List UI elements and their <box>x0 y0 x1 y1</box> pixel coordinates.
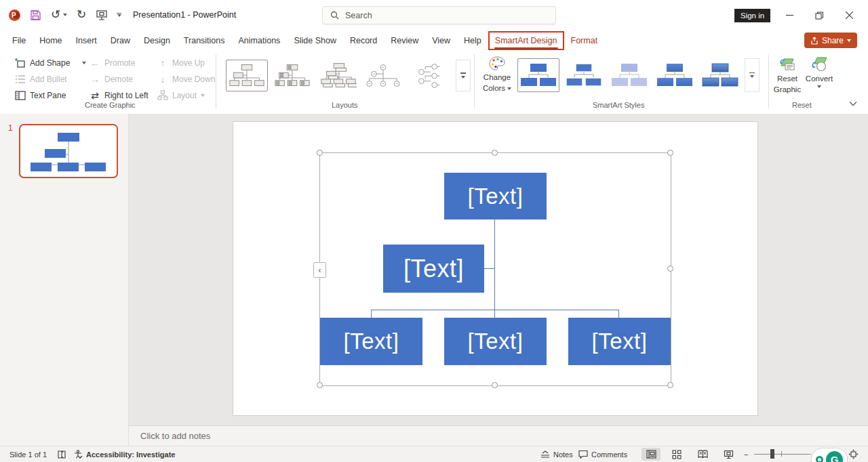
layout-thumbnail-picture-org-chart[interactable] <box>271 60 313 91</box>
move-down-icon: ↓ <box>157 74 168 85</box>
normal-view-button[interactable] <box>642 448 660 461</box>
tab-format[interactable]: Format <box>564 31 605 50</box>
collapse-ribbon-icon[interactable] <box>849 101 857 106</box>
tab-animations[interactable]: Animations <box>232 31 288 50</box>
smartart-node-child-2[interactable]: [Text] <box>444 318 547 365</box>
layout-thumbnail-hierarchy-circles[interactable] <box>362 60 404 91</box>
resize-handle-top-center[interactable] <box>492 150 498 156</box>
group-label-smartart-styles: SmartArt Styles <box>593 101 644 109</box>
comments-icon <box>578 450 588 459</box>
zoom-slider-track[interactable] <box>754 454 811 455</box>
notes-placeholder: Click to add notes <box>140 431 210 441</box>
slide-thumbnail[interactable] <box>19 124 118 178</box>
smartart-node-child-3[interactable]: [Text] <box>568 318 671 365</box>
move-up-icon: ↑ <box>157 58 168 68</box>
tab-design[interactable]: Design <box>137 31 177 50</box>
style-thumbnail-moderate-effect[interactable] <box>654 58 696 92</box>
style-thumbnail-intense-effect[interactable] <box>699 58 741 92</box>
reset-graphic-button[interactable]: Reset Graphic <box>772 56 802 94</box>
tab-review[interactable]: Review <box>384 31 425 50</box>
qat-customize-icon[interactable] <box>117 7 121 23</box>
chevron-left-icon: ‹ <box>319 266 321 275</box>
resize-handle-top-right[interactable] <box>667 150 673 156</box>
grammarly-widget[interactable]: G <box>811 448 848 462</box>
reading-view-button[interactable] <box>693 448 712 461</box>
connector-line <box>618 310 619 318</box>
fit-slide-to-window-button[interactable] <box>848 446 859 462</box>
style-thumbnail-white-outline[interactable] <box>563 58 605 92</box>
slide-sorter-view-button[interactable] <box>667 448 686 461</box>
resize-handle-mid-right[interactable] <box>667 266 673 272</box>
notes-icon <box>540 450 550 459</box>
layouts-more-button[interactable] <box>456 60 471 91</box>
change-colors-caret-icon <box>507 87 511 90</box>
resize-handle-bottom-left[interactable] <box>317 382 323 388</box>
move-up-button[interactable]: ↑ Move Up <box>157 56 205 70</box>
convert-button[interactable]: Convert <box>804 56 834 88</box>
notes-toggle-button[interactable]: Notes <box>540 446 573 462</box>
layout-thumbnail-name-title-org-chart[interactable] <box>317 60 359 91</box>
layout-caret-icon <box>201 94 205 97</box>
share-button[interactable]: Share <box>804 33 857 48</box>
resize-handle-bottom-right[interactable] <box>667 382 673 388</box>
tab-smartart-design[interactable]: SmartArt Design <box>488 31 564 50</box>
add-bullet-button[interactable]: Add Bullet <box>15 72 67 87</box>
tab-slide-show[interactable]: Slide Show <box>287 31 343 50</box>
layout-button[interactable]: Layout <box>157 88 205 103</box>
undo-icon[interactable]: ↺ <box>50 7 67 23</box>
undo-caret-icon[interactable] <box>63 14 67 16</box>
sign-in-button[interactable]: Sign in <box>734 9 770 22</box>
slideshow-view-button[interactable] <box>719 448 738 461</box>
restore-icon[interactable] <box>804 0 834 30</box>
comments-toggle-button[interactable]: Comments <box>578 446 627 462</box>
group-separator <box>768 54 769 108</box>
accessibility-icon <box>73 450 83 459</box>
layout-thumbnail-horizontal-hierarchy[interactable] <box>408 60 450 91</box>
text-pane-button[interactable]: Text Pane <box>15 88 66 103</box>
minimize-icon[interactable] <box>774 0 804 30</box>
zoom-slider-handle[interactable] <box>770 449 774 459</box>
change-colors-button[interactable]: Change Colors <box>480 56 514 93</box>
style-thumbnail-subtle-effect[interactable] <box>608 58 650 92</box>
tab-transitions[interactable]: Transitions <box>177 31 232 50</box>
resize-handle-bottom-center[interactable] <box>492 382 498 388</box>
tab-help[interactable]: Help <box>457 31 488 50</box>
svg-text:P: P <box>12 12 16 19</box>
tab-insert[interactable]: Insert <box>69 31 104 50</box>
zoom-out-button[interactable]: − <box>744 446 748 462</box>
notes-area[interactable]: Click to add notes <box>129 425 868 446</box>
style-thumbnail-simple-fill[interactable] <box>517 58 559 92</box>
tab-view[interactable]: View <box>425 31 457 50</box>
display-settings-icon[interactable] <box>57 446 66 462</box>
add-bullet-icon <box>15 74 26 85</box>
layout-icon <box>157 90 168 101</box>
group-label-create-graphic: Create Graphic <box>85 101 136 109</box>
tab-home[interactable]: Home <box>33 31 68 50</box>
smartart-node-top[interactable]: [Text] <box>444 173 547 219</box>
promote-button[interactable]: ← Promote <box>90 56 135 70</box>
save-icon[interactable] <box>30 7 41 23</box>
layout-thumbnail-org-chart[interactable] <box>226 60 268 91</box>
demote-icon: → <box>90 74 100 85</box>
tab-file[interactable]: File <box>5 31 33 50</box>
powerpoint-logo-icon[interactable]: P <box>8 7 21 23</box>
add-shape-button[interactable]: Add Shape <box>15 56 86 70</box>
smartart-styles-more-button[interactable] <box>745 58 760 92</box>
demote-button[interactable]: → Demote <box>90 72 133 87</box>
search-input[interactable]: Search <box>322 6 556 24</box>
smartart-node-child-1[interactable]: [Text] <box>320 318 422 365</box>
document-title: Presentation1 - PowerPoint <box>133 10 236 20</box>
connector-line <box>371 310 619 310</box>
start-slideshow-icon[interactable] <box>96 7 108 23</box>
title-bar: P ↺ ↻ Presentation1 - PowerPoint Search … <box>0 0 868 30</box>
tab-record[interactable]: Record <box>343 31 384 50</box>
close-icon[interactable] <box>834 0 864 30</box>
smartart-node-assistant[interactable]: [Text] <box>383 245 484 293</box>
resize-handle-top-left[interactable] <box>317 150 323 156</box>
ribbon-tab-bar: File Home Insert Draw Design Transitions… <box>0 30 868 51</box>
redo-icon[interactable]: ↻ <box>76 7 87 23</box>
move-down-button[interactable]: ↓ Move Down <box>157 72 215 87</box>
tab-draw[interactable]: Draw <box>104 31 137 50</box>
accessibility-checker[interactable]: Accessibility: Investigate <box>73 446 175 462</box>
text-pane-toggle-button[interactable]: ‹ <box>313 262 326 278</box>
